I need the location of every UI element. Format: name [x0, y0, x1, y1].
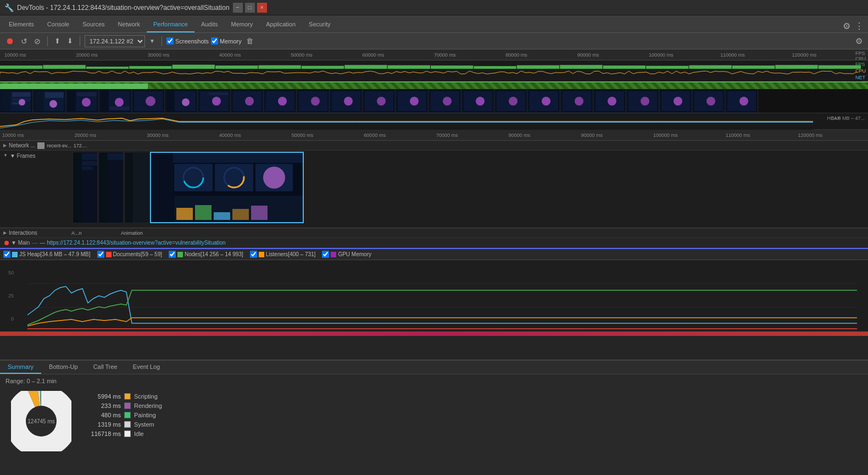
screenshot-thumb-2[interactable] — [66, 89, 99, 113]
trash-button[interactable]: 🗑 — [244, 36, 255, 46]
scripting-color — [124, 393, 131, 400]
screenshot-thumb-10[interactable] — [330, 89, 363, 113]
screenshot-thumb-16[interactable] — [527, 89, 560, 113]
ruler-marks: 10000 ms 20000 ms 30000 ms 40000 ms 5000… — [4, 52, 864, 58]
title-bar: 🔧 DevTools - 172.24.1.122:8443/situation… — [0, 0, 868, 15]
minimize-button[interactable]: − — [233, 3, 243, 13]
js-heap-checkbox[interactable] — [3, 251, 10, 258]
record-button[interactable]: ⏺ — [3, 35, 16, 47]
screenshot-thumb-19[interactable] — [626, 89, 659, 113]
tab-audits[interactable]: Audits — [194, 17, 225, 32]
interactions-track-label[interactable]: ▶ Interactions — [0, 230, 71, 236]
svg-rect-93 — [173, 153, 304, 163]
screenshots-row — [0, 89, 868, 113]
screenshot-thumb-6[interactable] — [198, 89, 231, 113]
settings-icon[interactable]: ⚙ — [841, 20, 853, 32]
tab-event-log[interactable]: Event Log — [125, 361, 168, 374]
frame-1[interactable] — [98, 152, 124, 223]
screenshot-thumb-8[interactable] — [264, 89, 297, 113]
screenshots-toggle[interactable]: Screenshots — [166, 37, 209, 45]
tab-elements[interactable]: Elements — [2, 17, 41, 32]
upload-button[interactable]: ⬆ — [52, 36, 63, 46]
documents-checkbox[interactable] — [97, 251, 104, 258]
selection-bar[interactable] — [0, 81, 868, 89]
tab-sources[interactable]: Sources — [76, 17, 111, 32]
tab-summary[interactable]: Summary — [0, 361, 41, 374]
network-triangle: ▶ — [3, 143, 7, 148]
screenshot-thumb-4[interactable] — [132, 89, 165, 113]
second-ruler: 10000 ms 20000 ms 30000 ms 40000 ms 5000… — [0, 130, 868, 141]
bottom-tabs: Summary Bottom-Up Call Tree Event Log — [0, 361, 868, 374]
tab-memory[interactable]: Memory — [224, 17, 259, 32]
frame-0[interactable] — [73, 152, 98, 223]
total-ms: 124745 ms — [27, 418, 54, 424]
clear-button[interactable]: ⊘ — [32, 36, 43, 47]
tab-call-tree[interactable]: Call Tree — [86, 361, 125, 374]
download-button[interactable]: ⬇ — [65, 36, 75, 46]
screenshot-thumb-5[interactable] — [165, 89, 198, 113]
screenshot-thumb-11[interactable] — [363, 89, 396, 113]
screenshot-thumb-20[interactable] — [659, 89, 692, 113]
documents-color — [106, 252, 112, 257]
network-label-text: Network ... — [9, 142, 35, 148]
system-label: System — [134, 421, 154, 428]
tab-bottom-up[interactable]: Bottom-Up — [41, 361, 86, 374]
gpu-memory-checkbox[interactable] — [322, 251, 329, 258]
screenshot-thumb-14[interactable] — [461, 89, 494, 113]
settings-button[interactable]: ⚙ — [853, 35, 865, 47]
nodes-legend[interactable]: Nodes[14 256 – 14 993] — [169, 251, 243, 258]
screenshot-thumb-21[interactable] — [692, 89, 725, 113]
tab-performance[interactable]: Performance — [147, 17, 194, 32]
ruler-mark-3: 40000 ms — [219, 52, 291, 58]
svg-point-65 — [575, 97, 583, 106]
frames-label[interactable]: ▼ ▼ Frames — [0, 151, 71, 228]
frames-content — [71, 151, 868, 228]
profile-dropdown-icon[interactable]: ▼ — [147, 37, 157, 45]
screenshot-thumb-18[interactable] — [593, 89, 626, 113]
screenshots-checkbox[interactable] — [166, 37, 174, 45]
tab-application[interactable]: Application — [259, 17, 302, 32]
memory-toggle[interactable]: Memory — [211, 37, 242, 45]
memory-label: Memory — [220, 38, 242, 45]
screenshot-thumb-13[interactable] — [429, 89, 461, 113]
maximize-button[interactable]: □ — [245, 3, 255, 13]
nodes-checkbox[interactable] — [169, 251, 176, 258]
svg-point-77 — [706, 97, 715, 106]
frames-label-text: ▼ Frames — [10, 153, 36, 159]
screenshot-thumb-3[interactable] — [99, 89, 132, 113]
js-heap-legend[interactable]: JS Heap[34.6 MB – 47.9 MB] — [3, 251, 91, 258]
profile-select[interactable]: 172.24.1.122 #2 — [85, 35, 145, 47]
screenshot-thumb-17[interactable] — [560, 89, 593, 113]
listeners-checkbox[interactable] — [250, 251, 257, 258]
screenshot-thumb-7[interactable] — [231, 89, 264, 113]
more-icon[interactable]: ⋮ — [853, 20, 866, 32]
screenshot-thumb-0[interactable] — [0, 89, 33, 113]
scripting-val: 5994 ms — [88, 393, 121, 400]
painting-label: Painting — [134, 412, 156, 418]
frame-2[interactable] — [124, 152, 149, 223]
tab-network[interactable]: Network — [112, 17, 147, 32]
screenshot-thumb-12[interactable] — [396, 89, 429, 113]
close-button[interactable]: × — [257, 3, 267, 13]
tab-console[interactable]: Console — [41, 17, 76, 32]
svg-point-71 — [641, 97, 649, 106]
main-url-text[interactable]: — https://172.24.1.122:8443/situation-ov… — [40, 240, 225, 246]
documents-legend[interactable]: Documents[59 – 59] — [97, 251, 163, 258]
toolbar: ⏺ ↺ ⊘ ⬆ ⬇ 172.24.1.122 #2 ▼ Screenshots … — [0, 33, 868, 49]
svg-rect-106 — [232, 209, 249, 220]
screenshot-thumb-1[interactable] — [33, 89, 66, 113]
reload-button[interactable]: ↺ — [19, 36, 30, 47]
gpu-memory-legend[interactable]: GPU Memory — [322, 251, 371, 258]
network-track-row: ▶ Network ... ... recent-ev... 172.... — [0, 141, 868, 151]
screenshot-thumb-9[interactable] — [297, 89, 330, 113]
memory-checkbox[interactable] — [211, 37, 218, 45]
frame-highlighted[interactable] — [150, 152, 304, 223]
screenshot-thumb-15[interactable] — [494, 89, 527, 113]
svg-rect-107 — [251, 206, 268, 220]
separator-3 — [162, 36, 162, 46]
screenshot-thumb-22[interactable] — [725, 89, 758, 113]
network-track-label[interactable]: ▶ Network ... ... recent-ev... 172.... — [0, 142, 87, 149]
tab-security[interactable]: Security — [302, 17, 337, 32]
svg-rect-92 — [151, 153, 173, 223]
listeners-legend[interactable]: Listeners[400 – 731] — [250, 251, 316, 258]
